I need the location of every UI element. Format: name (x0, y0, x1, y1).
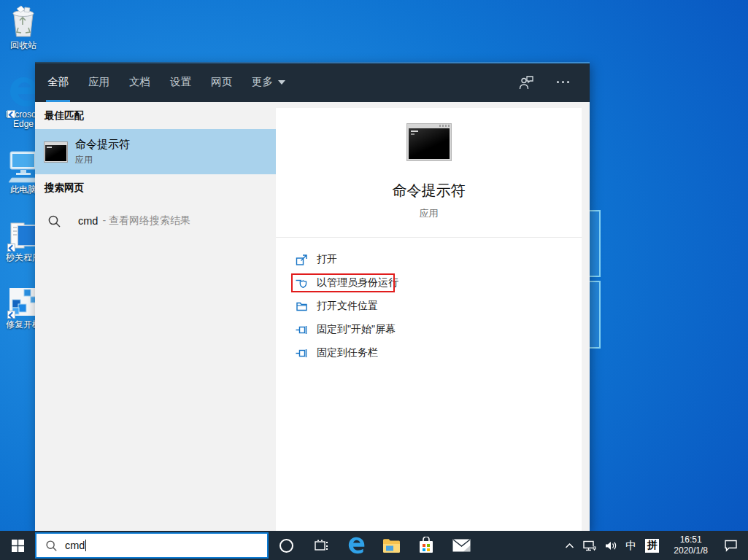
taskbar-store-button[interactable] (409, 531, 444, 560)
ime-mode-indicator: 拼 (645, 539, 659, 553)
tab-web[interactable]: 网页 (211, 62, 232, 102)
desktop-wallpaper: 回收站 Microsoft Edge 此电脑 秒关程序 (0, 0, 748, 560)
tray-clock[interactable]: 16:51 2020/1/8 (663, 531, 718, 560)
preview-pane: 命令提示符 应用 打开 (276, 108, 582, 531)
action-run-as-admin[interactable]: 以管理员身份运行 (296, 271, 574, 295)
desktop-icon-label: 回收站 (0, 41, 47, 50)
action-label: 固定到任务栏 (317, 346, 378, 359)
divider (276, 237, 582, 238)
task-view-button[interactable] (304, 531, 339, 560)
edge-icon (347, 536, 366, 555)
notification-icon (724, 540, 738, 552)
file-explorer-icon (382, 538, 401, 553)
task-view-icon (315, 540, 328, 552)
search-icon (45, 540, 58, 552)
result-title: 命令提示符 (75, 138, 130, 152)
shield-icon (296, 277, 308, 289)
results-list: 最佳匹配 命令提示符 应用 搜索网页 cmd - 查看网络搜索结果 (35, 102, 276, 531)
tab-more[interactable]: 更多 (252, 62, 285, 102)
cmd-icon-large (406, 123, 452, 161)
web-query-text: cmd (78, 215, 98, 227)
taskbar-file-explorer-button[interactable] (374, 531, 409, 560)
chevron-up-icon (565, 542, 574, 549)
result-subtitle: 应用 (75, 154, 130, 166)
pin-icon (296, 324, 308, 336)
text-caret (85, 540, 86, 551)
speaker-icon (605, 540, 617, 551)
action-center-button[interactable] (718, 531, 748, 560)
desktop-icon-recycle-bin[interactable]: 回收站 (0, 4, 47, 50)
app-hero: 命令提示符 应用 (276, 108, 582, 220)
system-tray: 中 拼 16:51 2020/1/8 (560, 531, 748, 560)
tab-all[interactable]: 全部 (47, 62, 69, 102)
tab-label: 网页 (211, 75, 232, 89)
web-search-result-item[interactable]: cmd - 查看网络搜索结果 (35, 205, 276, 237)
tab-settings[interactable]: 设置 (170, 62, 191, 102)
tab-label: 更多 (252, 75, 273, 89)
recycle-bin-icon (7, 4, 40, 39)
search-results-area: 最佳匹配 命令提示符 应用 搜索网页 cmd - 查看网络搜索结果 (35, 102, 590, 531)
tab-apps[interactable]: 应用 (88, 62, 109, 102)
action-open-file-location[interactable]: 打开文件位置 (296, 295, 574, 318)
tray-ime-mode[interactable]: 拼 (641, 531, 663, 560)
action-label: 固定到"开始"屏幕 (317, 323, 396, 336)
start-button[interactable] (0, 531, 35, 560)
tab-label: 设置 (170, 75, 191, 89)
search-icon (47, 214, 61, 228)
tab-documents[interactable]: 文档 (129, 62, 150, 102)
search-filter-bar: 全部 应用 文档 设置 网页 更多 (35, 62, 590, 102)
action-list: 打开 以管理员身份运行 (296, 248, 574, 365)
action-pin-to-taskbar[interactable]: 固定到任务栏 (296, 341, 574, 365)
chevron-down-icon (278, 80, 285, 85)
tray-network[interactable] (579, 531, 601, 560)
pin-icon (296, 347, 308, 359)
mail-icon (452, 539, 471, 552)
feedback-user-icon[interactable] (518, 75, 534, 90)
web-suffix-text: - 查看网络搜索结果 (102, 214, 190, 228)
shortcut-arrow-badge (7, 244, 15, 252)
action-label: 打开 (317, 253, 337, 266)
taskbar-search-input[interactable]: cmd (35, 532, 269, 559)
cortana-button[interactable] (269, 531, 304, 560)
search-input-value: cmd (65, 540, 85, 551)
tab-label: 全部 (47, 75, 69, 89)
action-open[interactable]: 打开 (296, 248, 574, 271)
store-icon (418, 537, 434, 554)
search-web-header: 搜索网页 (45, 174, 276, 195)
action-label: 以管理员身份运行 (317, 276, 398, 289)
ime-language-indicator: 中 (625, 539, 636, 553)
taskbar-mail-button[interactable] (444, 531, 479, 560)
network-icon (583, 540, 596, 551)
file-location-icon (296, 300, 308, 313)
cmd-icon (44, 141, 68, 163)
best-match-header: 最佳匹配 (45, 102, 276, 122)
windows-logo-icon (12, 540, 24, 552)
tray-chevron-up[interactable] (560, 531, 579, 560)
tab-label: 文档 (129, 75, 150, 89)
cortana-icon (279, 539, 293, 553)
tray-volume[interactable] (601, 531, 621, 560)
app-title: 命令提示符 (276, 181, 582, 201)
clock-time: 16:51 (674, 534, 708, 545)
shortcut-arrow-badge (7, 311, 15, 319)
result-item-command-prompt[interactable]: 命令提示符 应用 (35, 129, 276, 174)
tab-label: 应用 (88, 75, 109, 89)
tray-ime-language[interactable]: 中 (621, 531, 641, 560)
shortcut-arrow-badge (7, 110, 15, 118)
action-label: 打开文件位置 (317, 300, 378, 313)
ellipsis-menu-icon[interactable] (554, 78, 572, 86)
taskbar-edge-button[interactable] (339, 531, 374, 560)
taskbar: cmd (0, 531, 748, 560)
clock-date: 2020/1/8 (674, 545, 708, 556)
app-subtitle: 应用 (276, 207, 582, 220)
action-pin-to-start[interactable]: 固定到"开始"屏幕 (296, 318, 574, 341)
open-icon (296, 254, 308, 266)
search-flyout-panel: 全部 应用 文档 设置 网页 更多 (35, 62, 590, 531)
